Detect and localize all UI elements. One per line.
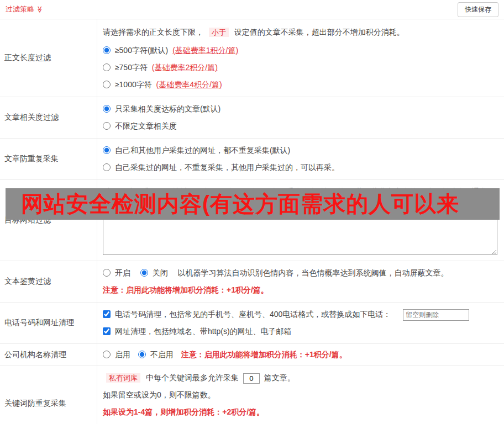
phone-cleanup-line: 电话号码清理，包括常见的手机号、座机号、400电话格式，或替换成如下电话： (103, 306, 497, 323)
dedup-self-label: 自己采集过的网址，不重复采集，其他用户采集过的，可以再采。 (115, 163, 339, 172)
relevance-strict-radio[interactable] (103, 105, 111, 113)
relevance-any-label: 不限定文章相关度 (115, 121, 177, 130)
relevance-any-radio[interactable] (103, 122, 111, 130)
company-disable-radio[interactable] (138, 351, 146, 358)
length-750-option[interactable]: ≥750字符 (基础费率2积分/篇) (103, 63, 218, 72)
length-500-label: ≥500字符(默认) (115, 46, 168, 55)
relevance-option-any: 不限定文章相关度 (103, 118, 497, 135)
relevance-strict-option[interactable]: 只采集相关度达标的文章(默认) (103, 104, 221, 113)
keyword-limit-text: 中每个关键词最多允许采集 (146, 373, 239, 382)
private-lexicon-highlight: 私有词库 (106, 373, 140, 383)
porn-filter-options: 开启 关闭 以机器学习算法自动识别色情内容，当色情概率达到系统阈值，自动屏蔽文章… (103, 264, 497, 282)
phone-url-content: 电话号码清理，包括常见的手机号、座机号、400电话格式，或替换成如下电话： 网址… (97, 303, 504, 343)
page-title-wrap: 过滤策略 ≫ (6, 4, 44, 14)
dedup-global-radio[interactable] (103, 146, 111, 154)
dedup-option-self: 自己采集过的网址，不重复采集，其他用户采集过的，可以再采。 (103, 159, 497, 176)
collapse-chevron-icon[interactable]: ≫ (36, 6, 44, 13)
porn-filter-desc: 以机器学习算法自动识别色情内容，当色情概率达到系统阈值，自动屏蔽文章。 (178, 268, 449, 277)
relevance-strict-label: 只采集相关度达标的文章(默认) (115, 104, 221, 113)
body-length-filter-content: 请选择需求的正文长度下限， 小于 设定值的文章不采集，超出部分不增加积分消耗。 … (97, 19, 504, 97)
intro-text-pre: 请选择需求的正文长度下限， (103, 28, 203, 36)
row-relevance-filter: 文章相关度过滤 只采集相关度达标的文章(默认) 不限定文章相关度 (0, 97, 504, 139)
porn-filter-label: 文本鉴黄过滤 (0, 261, 97, 302)
company-cleanup-label: 公司机构名称清理 (0, 344, 97, 365)
length-1000-option[interactable]: ≥1000字符 (基础费率4积分/篇) (103, 80, 222, 89)
relevance-any-option[interactable]: 不限定文章相关度 (103, 121, 177, 130)
length-option-1000: ≥1000字符 (基础费率4积分/篇) (103, 76, 497, 93)
row-porn-filter: 文本鉴黄过滤 开启 关闭 以机器学习算法自动识别色情内容，当色情概率达到系统阈值… (0, 261, 504, 303)
watermark-text: 网站安全检测内容(有这方面需求的人可以来 (21, 189, 459, 219)
porn-off-radio[interactable] (140, 269, 148, 277)
company-enable-label: 启用 (115, 350, 130, 359)
row-dedup-collection: 文章防重复采集 自己和其他用户采集过的网址，都不重复采集(默认) 自己采集过的网… (0, 139, 504, 180)
keyword-cost-note: 如果设为1-4篇，则增加积分消耗：+2积分/篇。 (103, 404, 497, 421)
dedup-self-radio[interactable] (103, 163, 111, 171)
length-500-option[interactable]: ≥500字符(默认) (基础费率1积分/篇) (103, 46, 238, 55)
company-enable-option[interactable]: 启用 (103, 350, 130, 360)
length-500-radio[interactable] (103, 46, 111, 54)
intro-text-post: 设定值的文章不采集，超出部分不增加积分消耗。 (234, 28, 405, 36)
url-cleanup-text: 网址清理，包括纯域名、带http(s)的网址、电子邮箱 (115, 327, 292, 336)
phone-cleanup-option[interactable]: 电话号码清理，包括常见的手机号、座机号、400电话格式，或替换成如下电话： (103, 310, 393, 319)
dedup-global-option[interactable]: 自己和其他用户采集过的网址，都不重复采集(默认) (103, 146, 290, 155)
length-500-fee-note: (基础费率1积分/篇) (172, 46, 238, 55)
watermark-banner: 网站安全检测内容(有这方面需求的人可以来 (6, 188, 500, 220)
dedup-self-option[interactable]: 自己采集过的网址，不重复采集，其他用户采集过的，可以再采。 (103, 163, 339, 172)
porn-filter-cost-note: 注意：启用此功能将增加积分消耗：+1积分/篇。 (103, 282, 497, 299)
length-750-label: ≥750字符 (115, 63, 148, 72)
less-than-highlight: 小于 (209, 28, 229, 37)
replacement-phone-input[interactable] (403, 309, 469, 321)
company-disable-option[interactable]: 不启用 (138, 350, 174, 360)
row-company-name-cleanup: 公司机构名称清理 启用 不启用 注意：启用此功能将增加积分消耗：+1积分/篇。 (0, 344, 504, 366)
page-title: 过滤策略 (6, 4, 34, 14)
length-option-500: ≥500字符(默认) (基础费率1积分/篇) (103, 42, 497, 59)
dedup-option-global: 自己和其他用户采集过的网址，都不重复采集(默认) (103, 142, 497, 159)
url-cleanup-option[interactable]: 网址清理，包括纯域名、带http(s)的网址、电子邮箱 (103, 327, 292, 336)
keyword-limit-input[interactable] (243, 373, 260, 384)
keyword-dedup-content: 私有词库 中每个关键词最多允许采集 篇文章。 如果留空或设为0，则不限篇数。 如… (97, 366, 504, 424)
row-body-length-filter: 正文长度过滤 请选择需求的正文长度下限， 小于 设定值的文章不采集，超出部分不增… (0, 19, 504, 97)
dedup-global-label: 自己和其他用户采集过的网址，都不重复采集(默认) (115, 146, 290, 155)
company-disable-label: 不启用 (150, 350, 174, 359)
company-enable-radio[interactable] (103, 351, 111, 358)
dedup-label: 文章防重复采集 (0, 139, 97, 179)
filter-settings-form: 正文长度过滤 请选择需求的正文长度下限， 小于 设定值的文章不采集，超出部分不增… (0, 19, 504, 424)
url-cleanup-checkbox[interactable] (103, 327, 111, 335)
relevance-option-strict: 只采集相关度达标的文章(默认) (103, 100, 497, 118)
row-phone-url-cleanup: 电话号码和网址清理 电话号码清理，包括常见的手机号、座机号、400电话格式，或替… (0, 303, 504, 344)
keyword-dedup-label: 关键词防重复采集 (0, 366, 97, 424)
length-1000-label: ≥1000字符 (115, 80, 152, 89)
keyword-note-zero: 如果留空或设为0，则不限篇数。 (103, 386, 497, 404)
keyword-note-five: 如果设为5篇或以上，也不会额外增加积分消耗。 注意事项≫ (103, 421, 497, 424)
relevance-filter-label: 文章相关度过滤 (0, 97, 97, 138)
company-cost-note: 注意：启用此功能将增加积分消耗：+1积分/篇。 (181, 350, 347, 360)
length-option-750: ≥750字符 (基础费率2积分/篇) (103, 59, 497, 76)
body-length-filter-label: 正文长度过滤 (0, 19, 97, 97)
porn-on-radio[interactable] (103, 269, 111, 277)
porn-off-label: 关闭 (153, 268, 168, 277)
top-bar: 过滤策略 ≫ 快速保存 (0, 0, 504, 19)
row-keyword-dedup: 关键词防重复采集 私有词库 中每个关键词最多允许采集 篇文章。 如果留空或设为0… (0, 366, 504, 424)
porn-on-option[interactable]: 开启 (103, 268, 133, 277)
url-cleanup-line: 网址清理，包括纯域名、带http(s)的网址、电子邮箱 (103, 323, 497, 340)
company-cleanup-content: 启用 不启用 注意：启用此功能将增加积分消耗：+1积分/篇。 (97, 344, 504, 365)
quick-save-button[interactable]: 快速保存 (458, 2, 498, 17)
porn-filter-content: 开启 关闭 以机器学习算法自动识别色情内容，当色情概率达到系统阈值，自动屏蔽文章… (97, 261, 504, 302)
keyword-limit-line: 私有词库 中每个关键词最多允许采集 篇文章。 (103, 369, 497, 386)
length-750-fee-note: (基础费率2积分/篇) (152, 63, 218, 72)
dedup-content: 自己和其他用户采集过的网址，都不重复采集(默认) 自己采集过的网址，不重复采集，… (97, 139, 504, 179)
phone-cleanup-checkbox[interactable] (103, 310, 111, 318)
relevance-filter-content: 只采集相关度达标的文章(默认) 不限定文章相关度 (97, 97, 504, 138)
body-length-intro: 请选择需求的正文长度下限， 小于 设定值的文章不采集，超出部分不增加积分消耗。 (103, 23, 497, 42)
phone-url-label: 电话号码和网址清理 (0, 303, 97, 343)
length-1000-radio[interactable] (103, 81, 111, 88)
porn-on-label: 开启 (115, 268, 130, 277)
keyword-limit-suffix: 篇文章。 (264, 373, 295, 382)
phone-cleanup-text: 电话号码清理，包括常见的手机号、座机号、400电话格式，或替换成如下电话： (115, 310, 391, 319)
porn-off-option[interactable]: 关闭 (140, 268, 170, 277)
length-750-radio[interactable] (103, 63, 111, 71)
length-1000-fee-note: (基础费率4积分/篇) (156, 80, 222, 89)
